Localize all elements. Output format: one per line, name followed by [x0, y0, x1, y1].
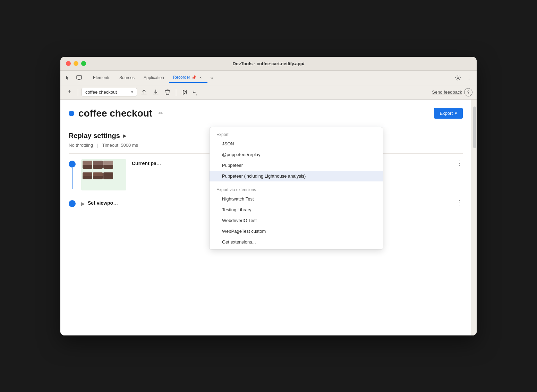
export-puppeteer-item[interactable]: Puppeteer [210, 160, 383, 171]
toolbar-divider-1 [78, 89, 78, 96]
tab-bar-right: ⋮ [453, 73, 474, 83]
step-dot [69, 161, 76, 168]
export-json-item[interactable]: JSON [210, 138, 383, 149]
tab-elements[interactable]: Elements [89, 73, 114, 82]
step-timeline [69, 199, 76, 207]
tab-recorder[interactable]: Recorder 📌 × [169, 73, 207, 83]
export-section-label: Export [210, 129, 383, 138]
dropdown-divider [210, 183, 383, 183]
recording-header: coffee checkout ✏ Export ▾ [69, 108, 463, 126]
step-row-content: ▶ Set viewpo… [81, 199, 118, 207]
throttling-label: No throttling [69, 143, 93, 148]
chevron-down-icon: ▾ [455, 111, 457, 116]
tab-application[interactable]: Application [139, 73, 168, 82]
edit-title-button[interactable]: ✏ [156, 109, 165, 118]
export-nightwatch-item[interactable]: Nightwatch Test [210, 194, 383, 204]
recording-title: coffee checkout [78, 108, 152, 119]
recording-selector-text: coffee checkout [85, 90, 129, 95]
replay-button[interactable] [191, 87, 201, 97]
download-button[interactable] [151, 87, 161, 97]
timeout-label: Timeout: 5000 ms [102, 143, 138, 148]
delete-button[interactable] [163, 87, 172, 97]
toolbar: + coffee checkout ▾ [60, 85, 477, 100]
toolbar-right: Send feedback ? [432, 88, 472, 96]
replay-settings-title: Replay settings [69, 132, 120, 140]
step-more-button[interactable]: ⋮ [456, 199, 463, 206]
more-options-icon[interactable]: ⋮ [464, 73, 474, 83]
tab-sources[interactable]: Sources [115, 73, 139, 82]
maximize-button[interactable] [81, 61, 86, 66]
minimize-button[interactable] [74, 61, 78, 66]
step-line [72, 168, 73, 189]
tab-close-icon[interactable]: × [198, 75, 203, 80]
step-timeline [69, 159, 76, 189]
recording-selector[interactable]: coffee checkout ▾ [82, 88, 137, 96]
help-button[interactable]: ? [464, 88, 472, 96]
window-title: DevTools - coffee-cart.netlify.app/ [233, 61, 305, 66]
settings-divider: | [97, 143, 98, 148]
play-button[interactable] [180, 87, 189, 97]
coffee-cart-thumbnail [81, 159, 126, 190]
tab-bar-left [63, 73, 84, 83]
export-button[interactable]: Export ▾ [434, 108, 463, 119]
toolbar-divider-2 [176, 89, 176, 96]
svg-rect-0 [77, 76, 82, 79]
export-puppeteer-replay-item[interactable]: @puppeteer/replay [210, 149, 383, 160]
step-title: Set viewpo… [88, 200, 118, 206]
step-more-button[interactable]: ⋮ [456, 159, 463, 167]
export-webpagetest-item[interactable]: WebPageTest custom [210, 226, 383, 237]
svg-point-3 [457, 77, 459, 79]
main-content: coffee checkout ✏ Export ▾ Replay settin… [60, 100, 477, 335]
upload-button[interactable] [139, 87, 149, 97]
right-panel [471, 100, 477, 335]
export-puppeteer-lighthouse-item[interactable]: Puppeteer (including Lighthouse analysis… [210, 171, 383, 181]
scrollbar[interactable] [473, 106, 476, 148]
device-icon[interactable] [74, 73, 84, 83]
step-thumbnail [81, 159, 126, 190]
close-button[interactable] [66, 61, 71, 66]
pin-icon: 📌 [191, 75, 196, 80]
add-recording-button[interactable]: + [65, 87, 74, 97]
replay-settings-arrow-icon: ▶ [123, 133, 127, 138]
title-bar: DevTools - coffee-cart.netlify.app/ [60, 57, 477, 71]
extensions-section-label: Export via extensions [210, 185, 383, 194]
settings-icon[interactable] [453, 73, 463, 83]
get-extensions-item[interactable]: Get extensions... [210, 237, 383, 247]
export-dropdown: Export JSON @puppeteer/replay Puppeteer … [210, 127, 383, 249]
chevron-down-icon: ▾ [131, 90, 133, 94]
tab-more-button[interactable]: » [208, 74, 215, 82]
export-testing-library-item[interactable]: Testing Library [210, 204, 383, 215]
browser-window: DevTools - coffee-cart.netlify.app/ Elem… [60, 57, 477, 335]
send-feedback-link[interactable]: Send feedback [432, 90, 462, 95]
traffic-lights [66, 61, 86, 66]
expand-icon[interactable]: ▶ [81, 201, 85, 206]
recording-indicator [69, 111, 74, 116]
export-webdriverio-item[interactable]: WebdriverIO Test [210, 215, 383, 226]
tab-bar: Elements Sources Application Recorder 📌 … [60, 71, 477, 85]
cursor-icon[interactable] [63, 73, 73, 83]
step-dot [69, 200, 76, 207]
